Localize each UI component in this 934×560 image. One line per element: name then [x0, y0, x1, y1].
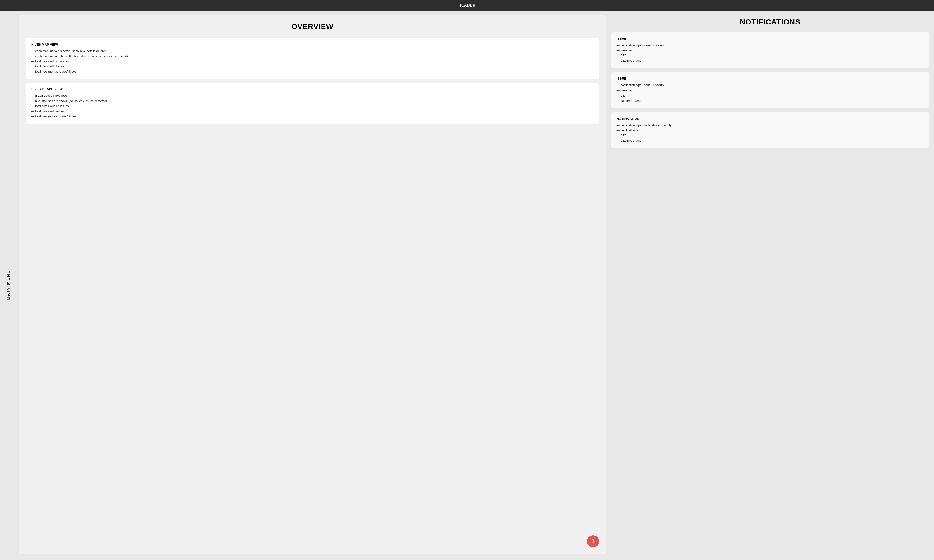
notif-2-item-4: datetime stamp: [617, 98, 923, 103]
notif-1-item-3: CTA: [617, 53, 923, 58]
header-title: HEADER: [458, 3, 476, 7]
overview-panel: OVERVIEW HIVES MAP VIEW each map marker …: [18, 15, 606, 554]
graph-item-3: total hives with no issues: [31, 104, 593, 109]
notif-1-item-2: issue text: [617, 48, 923, 53]
overview-title: OVERVIEW: [26, 22, 599, 31]
graph-item-4: total hives with issues: [31, 109, 593, 114]
notif-3-item-4: datetime stamp: [617, 138, 923, 143]
hives-graph-view-card: HIVES GRAPH VIEW graph view on hive leve…: [26, 83, 599, 123]
map-item-3: total hives with no issues: [31, 59, 593, 64]
sidebar-label: MAIN MENU: [6, 270, 11, 300]
notification-card-2: ISSUE notification type (issue) + priori…: [611, 72, 929, 108]
notif-3-item-3: CTA: [617, 133, 923, 138]
notif-1-item-4: datetime stamp: [617, 58, 923, 63]
map-item-1: each map marker is active, show hive det…: [31, 49, 593, 54]
notif-2-item-2: issue text: [617, 88, 923, 93]
hives-map-view-title: HIVES MAP VIEW: [31, 43, 593, 46]
sidebar: MAIN MENU: [0, 11, 16, 559]
notif-3-item-1: notification type (notification) + prior…: [617, 123, 923, 128]
notif-1-item-1: notification type (issue) + priority: [617, 43, 923, 48]
notification-1-title: ISSUE: [617, 37, 923, 40]
hives-map-view-card: HIVES MAP VIEW each map marker is active…: [26, 38, 599, 79]
notification-2-title: ISSUE: [617, 77, 923, 80]
graph-item-2: hive statuses are shown (no issues / iss…: [31, 98, 593, 104]
notification-3-title: NOTIFICATION: [617, 117, 923, 120]
graph-item-1: graph view on hive level: [31, 93, 593, 98]
notif-2-item-1: notification type (issue) + priority: [617, 83, 923, 88]
notification-card-1: ISSUE notification type (issue) + priori…: [611, 32, 929, 68]
graph-item-5: total new (non-activated) hives: [31, 114, 593, 119]
content-area: OVERVIEW HIVES MAP VIEW each map marker …: [16, 11, 934, 559]
notification-card-3: NOTIFICATION notification type (notifica…: [611, 112, 929, 148]
notifications-panel: NOTIFICATIONS ISSUE notification type (i…: [611, 15, 929, 554]
notif-3-item-2: notification text: [617, 128, 923, 133]
notifications-title: NOTIFICATIONS: [611, 18, 929, 26]
map-item-5: total new (non-activated) hives: [31, 69, 593, 74]
map-item-2: each map marker shows the hive status (n…: [31, 54, 593, 59]
app-header: HEADER: [0, 0, 934, 11]
hives-graph-view-title: HIVES GRAPH VIEW: [31, 87, 593, 91]
main-layout: MAIN MENU OVERVIEW HIVES MAP VIEW each m…: [0, 11, 934, 559]
map-item-4: total hives with issues: [31, 64, 593, 69]
badge-count[interactable]: 1: [587, 535, 599, 548]
notif-2-item-3: CTA: [617, 93, 923, 98]
